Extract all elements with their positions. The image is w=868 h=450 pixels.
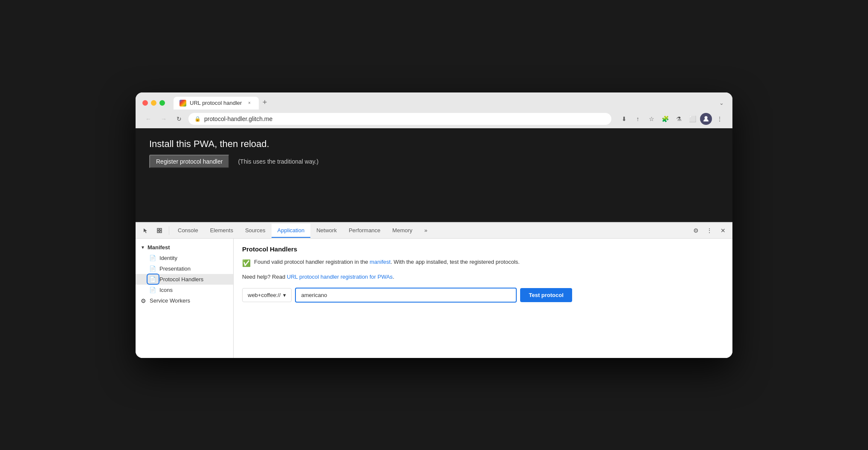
forward-icon: → xyxy=(161,115,167,122)
minimize-traffic-light[interactable] xyxy=(151,100,156,106)
help-line: Need help? Read URL protocol handler reg… xyxy=(242,273,724,281)
manifest-link[interactable]: manifest xyxy=(370,259,391,265)
browser-window: URL protocol handler × + ⌄ ← → ↻ 🔒 proto… xyxy=(136,92,732,358)
lock-icon: 🔒 xyxy=(194,116,201,122)
tab-application[interactable]: Application xyxy=(272,224,311,238)
new-tab-button[interactable]: + xyxy=(259,97,271,109)
status-line: ✅ Found valid protocol handler registrat… xyxy=(242,258,724,268)
tab-chevron[interactable]: ⌄ xyxy=(718,98,726,108)
refresh-icon: ↻ xyxy=(176,115,182,122)
sidebar-item-service-workers[interactable]: ⚙ Service Workers xyxy=(136,295,233,306)
manifest-section-label: Manifest xyxy=(148,244,170,251)
download-icon[interactable]: ⬇ xyxy=(618,113,630,125)
sidebar-item-presentation[interactable]: 📄 Presentation xyxy=(136,263,233,274)
presentation-file-icon: 📄 xyxy=(149,265,156,272)
protocol-handlers-label: Protocol Handlers xyxy=(159,276,203,283)
tab-close-button[interactable]: × xyxy=(246,100,253,107)
svg-rect-2 xyxy=(160,228,162,230)
devtools-sidebar: ▼ Manifest 📄 Identity 📄 Presentation 📄 P… xyxy=(136,239,234,358)
extension-icon[interactable]: 🧩 xyxy=(659,113,671,125)
tab-favicon xyxy=(179,100,186,107)
tab-sources[interactable]: Sources xyxy=(239,224,272,238)
service-workers-label: Service Workers xyxy=(150,297,190,304)
split-view-icon[interactable]: ⬜ xyxy=(686,113,698,125)
check-circle-icon: ✅ xyxy=(242,258,251,268)
help-link[interactable]: URL protocol handler registration for PW… xyxy=(287,274,393,280)
protocol-select[interactable]: web+coffee:// ▾ xyxy=(242,288,292,302)
page-heading: Install this PWA, then reload. xyxy=(149,138,719,150)
devtools-main: Protocol Handlers ✅ Found valid protocol… xyxy=(234,239,732,358)
presentation-label: Presentation xyxy=(159,265,191,272)
tab-separator xyxy=(169,226,169,235)
profile-icon[interactable] xyxy=(700,113,712,125)
toolbar-icons: ⬇ ↑ ☆ 🧩 ⚗ ⬜ ⋮ xyxy=(618,113,726,125)
identity-file-icon: 📄 xyxy=(149,255,156,261)
back-button[interactable]: ← xyxy=(142,113,154,125)
devtools-settings-icon[interactable]: ⚙ xyxy=(690,225,702,237)
tab-memory[interactable]: Memory xyxy=(386,224,418,238)
sidebar-item-icons[interactable]: 📄 Icons xyxy=(136,285,233,295)
tab-bar-end: ⌄ xyxy=(718,98,726,110)
traffic-lights xyxy=(142,100,165,106)
lab-icon[interactable]: ⚗ xyxy=(673,113,685,125)
close-traffic-light[interactable] xyxy=(142,100,148,106)
protocol-test-row: web+coffee:// ▾ Test protocol xyxy=(242,288,724,303)
tab-more[interactable]: » xyxy=(418,224,433,238)
forward-button[interactable]: → xyxy=(158,113,170,125)
test-protocol-button[interactable]: Test protocol xyxy=(520,288,572,302)
tab-network[interactable]: Network xyxy=(310,224,343,238)
tab-console[interactable]: Console xyxy=(172,224,204,238)
url-bar[interactable]: 🔒 protocol-handler.glitch.me xyxy=(188,113,611,125)
page-content: Install this PWA, then reload. Register … xyxy=(136,128,732,222)
icons-label: Icons xyxy=(159,287,173,293)
devtools-body: ▼ Manifest 📄 Identity 📄 Presentation 📄 P… xyxy=(136,239,732,358)
share-icon[interactable]: ↑ xyxy=(632,113,644,125)
devtools-close-icon[interactable]: ✕ xyxy=(717,225,729,237)
layers-icon[interactable] xyxy=(153,223,166,238)
sidebar-item-identity[interactable]: 📄 Identity xyxy=(136,253,233,263)
cursor-icon[interactable] xyxy=(139,223,153,238)
tab-elements[interactable]: Elements xyxy=(204,224,239,238)
svg-rect-3 xyxy=(157,231,159,233)
url-text: protocol-handler.glitch.me xyxy=(204,115,605,122)
devtools-tab-end: ⚙ ⋮ ✕ xyxy=(690,225,729,237)
help-prefix: Need help? Read xyxy=(242,274,287,280)
back-icon: ← xyxy=(145,115,151,122)
more-options-icon[interactable]: ⋮ xyxy=(714,113,726,125)
icons-file-icon: 📄 xyxy=(149,287,156,293)
manifest-section[interactable]: ▼ Manifest xyxy=(136,242,233,253)
title-bar: URL protocol handler × + ⌄ xyxy=(136,92,732,110)
devtools-more-icon[interactable]: ⋮ xyxy=(703,225,715,237)
help-suffix: . xyxy=(393,274,394,280)
bookmark-icon[interactable]: ☆ xyxy=(645,113,657,125)
sidebar-item-protocol-handlers[interactable]: 📄 Protocol Handlers xyxy=(136,274,233,285)
register-protocol-handler-button[interactable]: Register protocol handler xyxy=(149,155,229,168)
svg-point-0 xyxy=(705,116,708,119)
protocol-handlers-ring xyxy=(147,274,159,285)
status-text-after: . With the app installed, test the regis… xyxy=(391,259,520,265)
status-text-before: Found valid protocol handler registratio… xyxy=(254,259,370,265)
identity-label: Identity xyxy=(159,255,177,261)
devtools: Console Elements Sources Application Net… xyxy=(136,222,732,358)
tab-title: URL protocol handler xyxy=(190,100,243,106)
page-subtext: (This uses the traditional way.) xyxy=(238,158,318,165)
refresh-button[interactable]: ↻ xyxy=(173,113,185,125)
svg-rect-4 xyxy=(160,231,162,233)
protocol-select-arrow-icon: ▾ xyxy=(283,292,286,298)
devtools-tabs: Console Elements Sources Application Net… xyxy=(136,223,732,239)
maximize-traffic-light[interactable] xyxy=(159,100,165,106)
address-bar: ← → ↻ 🔒 protocol-handler.glitch.me ⬇ ↑ ☆… xyxy=(136,110,732,128)
protocol-select-value: web+coffee:// xyxy=(248,292,281,298)
tab-performance[interactable]: Performance xyxy=(343,224,386,238)
gear-icon: ⚙ xyxy=(141,297,146,304)
protocol-handlers-title: Protocol Handlers xyxy=(242,245,724,253)
tab-bar: URL protocol handler × + ⌄ xyxy=(174,97,726,110)
active-tab[interactable]: URL protocol handler × xyxy=(174,97,259,110)
svg-rect-1 xyxy=(157,228,159,230)
manifest-arrow-icon: ▼ xyxy=(141,245,145,250)
protocol-input[interactable] xyxy=(295,288,517,303)
